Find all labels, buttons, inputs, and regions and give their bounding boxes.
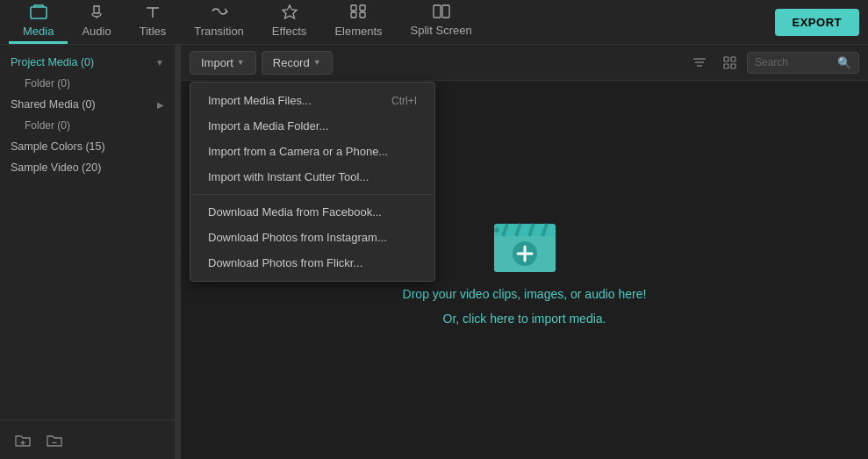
sidebar-folder-0[interactable]: Folder (0) — [0, 73, 175, 94]
import-cutter-label: Import with Instant Cutter Tool... — [208, 170, 369, 183]
svg-rect-8 — [360, 12, 365, 18]
import-arrow-icon: ▼ — [237, 58, 245, 67]
nav-transition-label: Transition — [194, 25, 244, 38]
folder-0-label: Folder (0) — [25, 77, 70, 90]
nav-media[interactable]: Media — [9, 0, 68, 44]
download-facebook-item[interactable]: Download Media from Facebook... — [190, 199, 434, 225]
drop-sub-text: Or, click here to import media. — [443, 312, 606, 326]
export-button[interactable]: EXPORT — [775, 9, 859, 36]
sidebar-sample-video[interactable]: Sample Video (20) — [0, 157, 175, 178]
sample-colors-label: Sample Colors (15) — [11, 140, 105, 153]
import-files-shortcut: Ctrl+I — [391, 95, 417, 107]
nav-audio-label: Audio — [82, 25, 111, 38]
sidebar-shared-media[interactable]: Shared Media (0) ▶ — [0, 94, 175, 115]
toolbar: Import ▼ Record ▼ — [181, 45, 868, 81]
filter-icon[interactable] — [687, 50, 712, 75]
main-layout: Project Media (0) ▼ Folder (0) Shared Me… — [0, 45, 868, 459]
split-screen-icon — [433, 4, 450, 21]
drop-main-text: Drop your video clips, images, or audio … — [403, 287, 647, 301]
elements-icon — [349, 4, 367, 22]
svg-rect-5 — [351, 5, 356, 11]
sidebar-project-media[interactable]: Project Media (0) ▼ — [0, 52, 175, 73]
nav-audio[interactable]: Audio — [68, 0, 125, 44]
svg-rect-18 — [731, 57, 735, 61]
svg-rect-17 — [724, 57, 728, 61]
download-flickr-item[interactable]: Download Photos from Flickr... — [190, 250, 434, 276]
search-input[interactable] — [755, 56, 834, 68]
download-instagram-item[interactable]: Download Photos from Instagram... — [190, 225, 434, 250]
svg-marker-4 — [283, 5, 297, 18]
svg-rect-6 — [360, 5, 365, 11]
import-camera-label: Import from a Camera or a Phone... — [208, 145, 388, 158]
svg-rect-20 — [731, 64, 735, 68]
svg-rect-9 — [434, 5, 441, 18]
add-folder-button[interactable] — [11, 427, 35, 452]
import-cutter-item[interactable]: Import with Instant Cutter Tool... — [190, 164, 434, 190]
content-area: Import ▼ Record ▼ — [181, 45, 868, 459]
search-icon: 🔍 — [837, 56, 851, 69]
import-files-label: Import Media Files... — [208, 94, 312, 107]
nav-effects[interactable]: Effects — [258, 0, 321, 44]
nav-split-screen-label: Split Screen — [411, 24, 472, 37]
top-nav: Media Audio Titles Transition — [0, 0, 868, 45]
transition-icon — [210, 4, 229, 22]
sidebar-bottom — [0, 420, 175, 459]
project-media-label: Project Media (0) — [11, 56, 94, 68]
chevron-right-icon: ▶ — [157, 100, 164, 110]
download-facebook-label: Download Media from Facebook... — [208, 205, 382, 219]
sample-video-label: Sample Video (20) — [11, 161, 101, 174]
svg-point-30 — [494, 227, 499, 233]
audio-icon — [89, 4, 104, 22]
effects-icon — [281, 4, 298, 22]
shared-media-label: Shared Media (0) — [11, 98, 96, 111]
svg-rect-19 — [724, 64, 728, 68]
delete-folder-button[interactable] — [42, 427, 67, 452]
chevron-down-icon: ▼ — [155, 58, 164, 68]
svg-rect-7 — [351, 12, 356, 18]
folder-shared-label: Folder (0) — [25, 119, 70, 132]
search-box: 🔍 — [747, 52, 859, 74]
grid-view-icon[interactable] — [717, 50, 742, 75]
media-icon — [30, 4, 47, 22]
nav-effects-label: Effects — [272, 25, 307, 38]
nav-titles[interactable]: Titles — [126, 0, 181, 44]
nav-transition[interactable]: Transition — [180, 0, 258, 44]
import-folder-item[interactable]: Import a Media Folder... — [190, 113, 434, 139]
record-button[interactable]: Record ▼ — [262, 51, 333, 75]
import-button[interactable]: Import ▼ — [190, 51, 256, 75]
svg-rect-0 — [31, 7, 47, 18]
import-folder-label: Import a Media Folder... — [208, 119, 328, 133]
download-instagram-label: Download Photos from Instagram... — [208, 231, 387, 244]
nav-media-label: Media — [23, 25, 54, 38]
record-label: Record — [273, 56, 310, 69]
sidebar-sample-colors[interactable]: Sample Colors (15) — [0, 136, 175, 157]
import-dropdown: Import Media Files... Ctrl+I Import a Me… — [190, 82, 435, 282]
nav-elements[interactable]: Elements — [320, 0, 396, 44]
dropdown-divider — [190, 194, 434, 195]
nav-split-screen[interactable]: Split Screen — [397, 0, 486, 44]
import-camera-item[interactable]: Import from a Camera or a Phone... — [190, 139, 434, 164]
import-label: Import — [201, 56, 233, 69]
sidebar: Project Media (0) ▼ Folder (0) Shared Me… — [0, 45, 176, 459]
clapboard-icon — [490, 215, 560, 276]
nav-elements-label: Elements — [334, 25, 382, 38]
record-arrow-icon: ▼ — [313, 58, 321, 67]
svg-rect-10 — [442, 5, 449, 18]
sidebar-folder-shared[interactable]: Folder (0) — [0, 115, 175, 136]
download-flickr-label: Download Photos from Flickr... — [208, 256, 362, 269]
nav-titles-label: Titles — [140, 25, 167, 38]
titles-icon — [145, 4, 161, 22]
import-files-item[interactable]: Import Media Files... Ctrl+I — [190, 88, 434, 113]
